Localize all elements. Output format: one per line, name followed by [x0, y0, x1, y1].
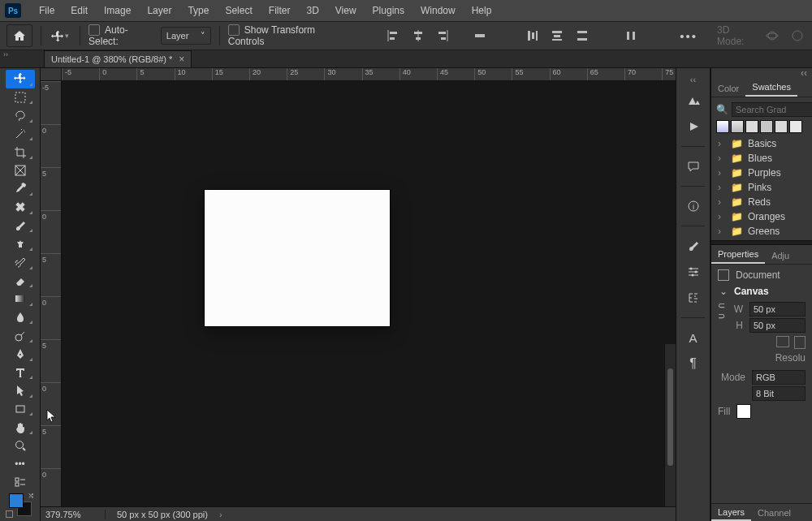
link-wh-icon[interactable]: ⊂⊃ — [718, 300, 725, 334]
tool-zoom[interactable] — [6, 437, 35, 455]
distribute-more-button[interactable] — [623, 28, 639, 44]
panel-comments-icon[interactable] — [681, 157, 706, 176]
swatch[interactable] — [775, 120, 788, 133]
tool-frame[interactable] — [6, 161, 35, 180]
zoom-field[interactable]: 379.75% — [41, 510, 106, 519]
menu-edit[interactable]: Edit — [63, 0, 96, 21]
tool-lasso[interactable] — [6, 106, 35, 125]
tab-swatches[interactable]: Swatches — [745, 79, 797, 97]
menu-view[interactable]: View — [327, 0, 365, 21]
mode-field[interactable]: RGB — [752, 370, 806, 385]
tool-eyedropper[interactable] — [6, 180, 35, 199]
color-swatches[interactable]: ⤭ — [9, 493, 32, 516]
swatch-folder[interactable]: ›📁Basics — [716, 136, 807, 151]
foreground-color[interactable] — [9, 493, 24, 508]
tool-magic-wand[interactable] — [6, 125, 35, 144]
swatch-search-input[interactable] — [732, 102, 812, 117]
swatch[interactable] — [745, 120, 758, 133]
menu-window[interactable]: Window — [412, 0, 464, 21]
tool-brush[interactable] — [6, 217, 35, 235]
tool-history-brush[interactable] — [6, 253, 35, 272]
tool-crop[interactable] — [6, 143, 35, 161]
tool-healing[interactable] — [6, 198, 35, 217]
tool-more[interactable]: ••• — [6, 454, 35, 473]
ruler-origin[interactable] — [41, 68, 62, 81]
tools-expand-handle[interactable]: ›› — [3, 50, 15, 58]
height-field[interactable]: 50 px — [749, 318, 806, 333]
swatch[interactable] — [760, 120, 773, 133]
auto-select-checkbox[interactable]: Auto-Select: — [89, 24, 153, 48]
tool-clone[interactable] — [6, 235, 35, 253]
menu-type[interactable]: Type — [179, 0, 217, 21]
menu-help[interactable]: Help — [464, 0, 500, 21]
swap-colors-icon[interactable]: ⤭ — [28, 491, 34, 500]
swatch[interactable] — [716, 120, 729, 133]
default-colors-icon[interactable] — [6, 510, 13, 518]
swatch-folder[interactable]: ›📁Oranges — [716, 209, 807, 224]
menu-file[interactable]: File — [31, 0, 63, 21]
fill-color-swatch[interactable] — [736, 404, 751, 419]
scrollbar-thumb[interactable] — [667, 368, 673, 466]
swatch[interactable] — [731, 120, 744, 133]
align-right-edges-button[interactable] — [434, 28, 451, 44]
overflow-button[interactable]: ••• — [680, 28, 698, 44]
close-icon[interactable]: × — [179, 54, 184, 65]
panel-character-icon[interactable]: A — [681, 328, 706, 347]
3d-orbit-button[interactable] — [764, 28, 780, 44]
panel-actions-icon[interactable] — [681, 117, 706, 136]
menu-image[interactable]: Image — [96, 0, 139, 21]
3d-pan-button[interactable] — [789, 28, 806, 44]
tab-color[interactable]: Color — [711, 80, 745, 97]
show-transform-checkbox[interactable]: Show Transform Controls — [228, 24, 344, 48]
tool-dodge[interactable] — [6, 326, 35, 345]
canvas-stage[interactable] — [62, 81, 676, 506]
tab-adjustments[interactable]: Adju — [765, 248, 796, 264]
panel-info-icon[interactable]: i — [681, 196, 706, 216]
home-button[interactable] — [6, 24, 32, 47]
tool-pen[interactable] — [6, 345, 35, 364]
tool-blur[interactable] — [6, 308, 35, 327]
scrollbar-vertical[interactable] — [664, 344, 676, 506]
swatch-folder[interactable]: ›📁Purples — [716, 166, 807, 180]
swatch-folder[interactable]: ›📁Blues — [716, 151, 807, 166]
orientation-landscape-button[interactable] — [794, 336, 806, 349]
menu-select[interactable]: Select — [217, 0, 260, 21]
document-dimensions[interactable]: 50 px x 50 px (300 ppi) — [106, 510, 219, 519]
auto-select-target-dropdown[interactable]: Layer˅ — [161, 27, 211, 45]
swatch-folder[interactable]: ›📁Pinks — [716, 180, 807, 195]
align-hcenter-button[interactable] — [410, 28, 426, 44]
panel-glyphs-icon[interactable] — [681, 288, 706, 308]
panel-brushes-icon[interactable] — [681, 236, 706, 256]
orientation-portrait-button[interactable] — [776, 336, 789, 347]
tool-hand[interactable] — [6, 418, 35, 437]
tool-eraser[interactable] — [6, 272, 35, 291]
strip-collapse-handle[interactable]: ‹‹ — [676, 75, 710, 84]
ruler-vertical[interactable]: -5050505050 — [41, 81, 62, 506]
current-tool-icon[interactable]: ▾ — [49, 26, 71, 45]
align-more-button[interactable] — [472, 28, 488, 44]
swatch-folder[interactable]: ›📁Greens — [716, 224, 807, 239]
chevron-right-icon[interactable]: › — [219, 510, 222, 519]
distribute-v1-button[interactable] — [524, 28, 540, 44]
tool-marquee[interactable] — [6, 88, 35, 107]
ruler-horizontal[interactable]: -505101520253035404550556065707580 — [62, 68, 676, 81]
distribute-v2-button[interactable] — [549, 28, 565, 44]
tool-path-select[interactable] — [6, 381, 35, 400]
tab-channels[interactable]: Channel — [751, 506, 797, 520]
document-canvas[interactable] — [205, 190, 390, 326]
menu-plugins[interactable]: Plugins — [365, 0, 412, 21]
panel-libraries-icon[interactable] — [681, 91, 706, 110]
tool-shape[interactable] — [6, 400, 35, 419]
panel-paragraph-icon[interactable]: ¶ — [681, 354, 706, 373]
panel-adjust-icon[interactable] — [681, 262, 706, 282]
tab-properties[interactable]: Properties — [711, 246, 765, 264]
menu-layer[interactable]: Layer — [139, 0, 179, 21]
tool-move[interactable] — [6, 70, 35, 88]
document-tab[interactable]: Untitled-1 @ 380% (RGB/8#) * × — [44, 50, 192, 67]
tool-type[interactable] — [6, 364, 35, 382]
tab-layers[interactable]: Layers — [711, 505, 751, 521]
tool-gradient[interactable] — [6, 290, 35, 308]
edit-toolbar[interactable] — [6, 473, 35, 492]
swatch-folder[interactable]: ›📁Reds — [716, 195, 807, 209]
bit-depth-field[interactable]: 8 Bit — [752, 386, 806, 401]
